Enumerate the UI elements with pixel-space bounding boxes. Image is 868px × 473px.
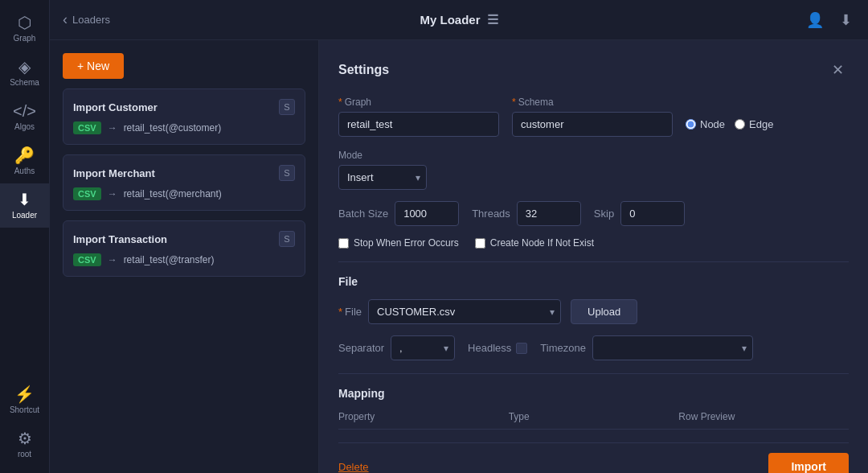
loader-card-title: Import Customer	[73, 101, 158, 113]
loader-card-badge: S	[279, 231, 295, 247]
mapping-section: Mapping Property Type Row Preview	[338, 387, 849, 430]
sidebar-item-root[interactable]: ⚙ root	[0, 422, 49, 467]
csv-badge: CSV	[73, 121, 101, 134]
loader-card[interactable]: Import Merchant S CSV → retail_test(@mer…	[63, 154, 305, 211]
mapping-col-preview: Row Preview	[678, 411, 849, 422]
left-panel: + New Import Customer S CSV → retail_tes…	[50, 40, 319, 473]
schema-field-group: * Schema	[512, 97, 673, 137]
skip-label: Skip	[594, 208, 614, 220]
timezone-field: Timezone UTC America/New_York	[540, 335, 753, 360]
loader-card-header: Import Merchant S	[73, 165, 295, 181]
header-actions: 👤 ⬇	[803, 8, 855, 32]
loader-card[interactable]: Import Customer S CSV → retail_test(@cus…	[63, 88, 305, 145]
separator-field: Separator , ; | \t	[338, 335, 455, 360]
graph-field-group: * Graph	[338, 97, 499, 137]
mode-field-group: Mode Insert Update Delete	[338, 150, 427, 190]
loader-destination: retail_test(@merchant)	[124, 188, 222, 199]
sidebar-item-algos[interactable]: </> Algos	[0, 95, 49, 139]
sidebar: ⬡ Graph ◈ Schema </> Algos 🔑 Auths ⬇ Loa…	[0, 0, 50, 473]
shortcut-icon: ⚡	[14, 386, 35, 402]
auths-icon: 🔑	[14, 147, 35, 163]
stop-on-error-checkbox[interactable]: Stop When Error Occurs	[338, 237, 459, 249]
arrow-icon: →	[108, 188, 117, 199]
new-button[interactable]: + New	[63, 53, 124, 79]
timezone-select[interactable]: UTC America/New_York	[592, 335, 753, 360]
content-area: + New Import Customer S CSV → retail_tes…	[50, 40, 868, 473]
threads-label: Threads	[472, 208, 510, 220]
close-button[interactable]: ✕	[827, 60, 849, 80]
graph-schema-row: * Graph * Schema Nod	[338, 97, 849, 190]
back-chevron-icon: ‹	[63, 11, 68, 28]
user-icon-button[interactable]: 👤	[803, 8, 827, 32]
sidebar-item-shortcut[interactable]: ⚡ Shortcut	[0, 378, 49, 422]
batch-size-field: Batch Size	[338, 201, 459, 226]
file-select[interactable]: CUSTOMER.csv	[368, 299, 561, 324]
menu-icon[interactable]: ☰	[487, 12, 498, 27]
file-select-wrapper: CUSTOMER.csv	[368, 299, 561, 324]
batch-size-input[interactable]	[395, 201, 459, 226]
node-edge-radio-group: Node Edge	[686, 118, 773, 130]
schema-input[interactable]	[512, 112, 673, 137]
node-edge-field-group: Node Edge	[686, 118, 773, 130]
loader-card-row: CSV → retail_test(@customer)	[73, 121, 295, 134]
settings-title: Settings	[338, 63, 389, 77]
checkbox-row: Stop When Error Occurs Create Node If No…	[338, 237, 849, 249]
main-area: ‹ Loaders My Loader ☰ 👤 ⬇ + New Import C…	[50, 0, 868, 473]
separator-select[interactable]: , ; | \t	[391, 335, 455, 360]
sidebar-item-label: Algos	[14, 122, 35, 131]
graph-icon: ⬡	[18, 14, 31, 31]
edge-radio-input[interactable]	[735, 119, 745, 130]
download-icon-button[interactable]: ⬇	[837, 8, 855, 32]
back-button[interactable]: ‹ Loaders	[63, 11, 110, 28]
schema-icon: ◈	[18, 59, 31, 75]
file-label: * File	[338, 306, 362, 318]
loader-card-header: Import Transaction S	[73, 231, 295, 247]
headless-toggle[interactable]	[516, 343, 527, 354]
import-button[interactable]: Import	[768, 453, 849, 473]
loader-card[interactable]: Import Transaction S CSV → retail_test(@…	[63, 220, 305, 277]
skip-input[interactable]	[620, 201, 685, 226]
sidebar-item-graph[interactable]: ⬡ Graph	[0, 6, 49, 51]
sidebar-item-schema[interactable]: ◈ Schema	[0, 51, 49, 95]
separator-select-wrapper: , ; | \t	[391, 335, 455, 360]
upload-button[interactable]: Upload	[571, 299, 637, 324]
threads-input[interactable]	[517, 201, 581, 226]
sidebar-item-label: Graph	[14, 34, 36, 43]
algos-icon: </>	[13, 103, 36, 119]
create-node-input[interactable]	[475, 238, 485, 249]
graph-label: * Graph	[338, 97, 499, 108]
mapping-col-type: Type	[509, 411, 679, 422]
delete-button[interactable]: Delete	[338, 461, 369, 473]
graph-input[interactable]	[338, 112, 499, 137]
page-title: My Loader ☰	[420, 12, 497, 27]
node-radio-input[interactable]	[686, 119, 696, 130]
loader-card-row: CSV → retail_test(@merchant)	[73, 187, 295, 200]
batch-row: Batch Size Threads Skip	[338, 201, 849, 226]
sidebar-item-label: Loader	[12, 211, 37, 220]
mapping-section-title: Mapping	[338, 387, 849, 400]
schema-label: * Schema	[512, 97, 673, 108]
timezone-select-wrapper: UTC America/New_York	[592, 335, 753, 360]
mode-label: Mode	[338, 150, 427, 161]
node-radio[interactable]: Node	[686, 118, 725, 130]
arrow-icon: →	[108, 122, 117, 134]
create-node-checkbox[interactable]: Create Node If Not Exist	[475, 237, 594, 249]
sidebar-item-loader[interactable]: ⬇ Loader	[0, 183, 49, 228]
loader-card-header: Import Customer S	[73, 99, 295, 115]
mapping-header-row: Property Type Row Preview	[338, 411, 849, 430]
timezone-label: Timezone	[540, 342, 586, 354]
edge-radio[interactable]: Edge	[735, 118, 773, 130]
stop-on-error-input[interactable]	[338, 238, 349, 249]
csv-badge: CSV	[73, 187, 101, 200]
loader-card-badge: S	[279, 165, 295, 181]
sidebar-item-auths[interactable]: 🔑 Auths	[0, 139, 49, 183]
separator-label: Separator	[338, 342, 384, 354]
headless-field: Headless	[468, 342, 527, 354]
sidebar-item-label: Shortcut	[10, 405, 39, 414]
mode-select[interactable]: Insert Update Delete	[338, 165, 427, 190]
loader-card-title: Import Transaction	[73, 233, 167, 245]
back-label: Loaders	[72, 14, 110, 26]
divider	[338, 373, 849, 374]
loader-icon: ⬇	[18, 191, 31, 208]
sidebar-item-label: Auths	[14, 167, 35, 175]
